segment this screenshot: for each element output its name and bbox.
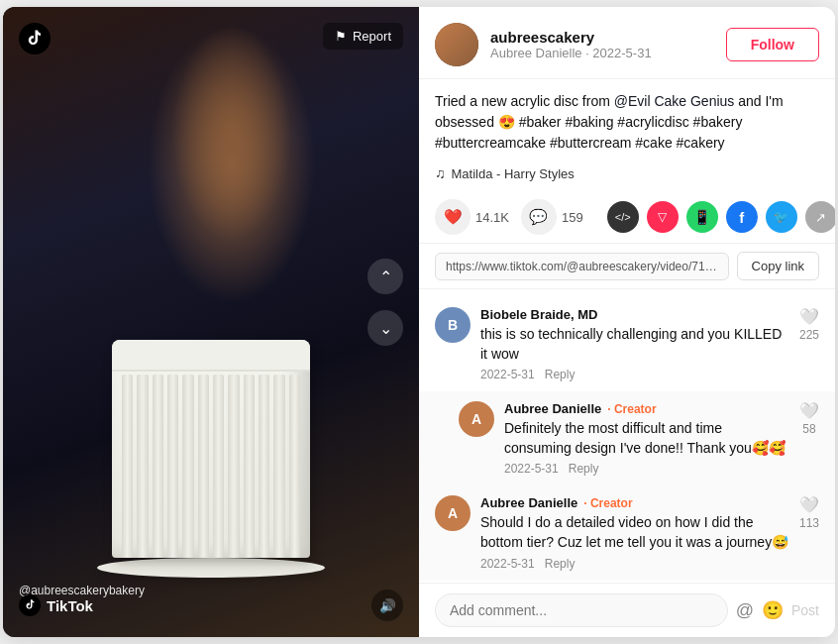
music-title[interactable]: Matilda - Harry Styles (452, 166, 575, 181)
music-row: ♫ Matilda - Harry Styles (419, 161, 835, 191)
hashtag[interactable]: #cakery (677, 135, 725, 151)
post-description: Tried a new acrylic disc from @Evil Cake… (419, 79, 835, 161)
svg-point-1 (19, 594, 41, 616)
facebook-icon: f (739, 209, 744, 226)
video-background (3, 7, 419, 637)
copy-link-button[interactable]: Copy link (737, 252, 819, 280)
avatar-image (435, 23, 478, 66)
comment-meta: 2022-5-31 Reply (480, 557, 789, 571)
follow-button[interactable]: Follow (726, 28, 819, 61)
like-button[interactable]: ❤️ (435, 199, 471, 235)
emoji-button[interactable]: 🙂 (762, 599, 784, 621)
hashtag[interactable]: #buttercreamcake (435, 135, 546, 151)
share-icons: </> ▽ 📱 f 🐦 ↗ (607, 201, 835, 233)
description-text: Tried a new acrylic disc from @Evil Cake… (435, 93, 784, 151)
reply-link[interactable]: Reply (545, 368, 576, 381)
hashtag[interactable]: #bakery (693, 114, 743, 130)
comment-author: Aubree Danielle · Creator (504, 401, 789, 416)
svg-point-0 (19, 23, 51, 54)
comment-avatar: A (459, 401, 494, 437)
like-group: ❤️ 14.1K (435, 199, 509, 235)
user-meta: Aubree Danielle · 2022-5-31 (490, 46, 714, 60)
whatsapp-icon: 📱 (693, 209, 710, 225)
comment-input[interactable] (435, 593, 728, 627)
comment-body: Biobele Braide, MD this is so technicall… (480, 307, 789, 381)
comment-item: A Aubree Danielle · Creator Should I do … (419, 485, 835, 580)
hashtag[interactable]: #cake (635, 135, 672, 151)
tiktok-logo (19, 23, 51, 54)
chevron-up-icon: ⌃ (379, 268, 392, 286)
comment-author-name: Biobele Braide, MD (480, 307, 597, 322)
chevron-down-icon: ⌄ (379, 319, 392, 338)
comment-item: A Aubree Danielle · Creator Definitely t… (419, 391, 835, 485)
at-button[interactable]: @ (736, 600, 754, 621)
comment-body: Aubree Danielle · Creator Should I do a … (480, 495, 789, 570)
tiktok-watermark: TikTok (19, 594, 93, 616)
share-more-button[interactable]: ↗ (805, 201, 835, 233)
like-count: 14.1K (475, 210, 509, 225)
comment-author-name: Aubree Danielle (480, 495, 577, 510)
creator-badge: · Creator (583, 496, 632, 510)
comment-meta: 2022-5-31 Reply (504, 462, 789, 476)
comment-text: this is so technically challenging and y… (480, 325, 789, 364)
post-header: aubreescakery Aubree Danielle · 2022-5-3… (419, 7, 835, 79)
creator-badge: · Creator (607, 402, 656, 416)
heart-icon[interactable]: 🤍 (799, 495, 819, 514)
comment-date: 2022-5-31 (504, 462, 559, 476)
comment-group: 💬 159 (521, 199, 583, 235)
main-container: ⚑ Report ⌃ ⌄ @aubreescakerybakery TikTok… (3, 7, 835, 637)
comment-item: B Biobele Braide, MD this is so technica… (419, 297, 835, 391)
hashtag[interactable]: #buttercream (550, 135, 631, 151)
comment-like-count: 58 (802, 422, 815, 436)
share-arrow-icon: ↗ (815, 210, 826, 225)
video-panel: ⚑ Report ⌃ ⌄ @aubreescakerybakery TikTok… (3, 7, 419, 637)
username[interactable]: aubreescakery (490, 29, 714, 46)
embed-button[interactable]: </> (607, 201, 639, 233)
report-button[interactable]: ⚑ Report (323, 23, 403, 50)
comment-count: 159 (562, 210, 583, 225)
heart-icon[interactable]: 🤍 (799, 401, 819, 420)
tiktok-share-icon: ▽ (658, 210, 667, 224)
reply-link[interactable]: Reply (569, 462, 599, 476)
watermark-text: TikTok (47, 597, 93, 614)
comment-date: 2022-5-31 (480, 368, 535, 381)
twitter-icon: 🐦 (774, 210, 788, 224)
comment-button[interactable]: 💬 (521, 199, 557, 235)
comment-avatar: B (435, 307, 471, 343)
comment-author: Aubree Danielle · Creator (480, 495, 789, 510)
share-whatsapp-button[interactable]: 📱 (686, 201, 718, 233)
comment-input-row: @ 🙂 Post (419, 583, 835, 637)
comment-author-name: Aubree Danielle (504, 401, 601, 416)
share-tiktok-button[interactable]: ▽ (647, 201, 679, 233)
comments-area: B Biobele Braide, MD this is so technica… (419, 289, 835, 583)
post-date: 2022-5-31 (592, 46, 651, 60)
user-display-name: Aubree Danielle (490, 46, 582, 60)
volume-button[interactable]: 🔊 (371, 590, 403, 621)
comment-like-count: 225 (799, 328, 819, 342)
hashtag[interactable]: #baker (519, 114, 562, 130)
comment-avatar: A (435, 495, 471, 531)
comment-text: Should I do a detailed video on how I di… (480, 513, 789, 552)
comment-date: 2022-5-31 (480, 557, 535, 571)
user-info: aubreescakery Aubree Danielle · 2022-5-3… (490, 29, 714, 60)
comment-like-count: 113 (799, 516, 819, 530)
heart-icon[interactable]: 🤍 (799, 307, 819, 326)
comment-text: Definitely the most difficult and time c… (504, 419, 789, 458)
flag-icon: ⚑ (335, 29, 347, 44)
person-overlay (3, 7, 419, 637)
hashtag[interactable]: #acrylicdisc (617, 114, 688, 130)
reply-link[interactable]: Reply (545, 557, 576, 571)
video-bottom-bar: TikTok 🔊 (19, 590, 403, 621)
comment-like: 🤍 113 (799, 495, 819, 570)
share-facebook-button[interactable]: f (726, 201, 758, 233)
actions-row: ❤️ 14.1K 💬 159 </> ▽ 📱 f (419, 191, 835, 244)
comment-like: 🤍 58 (799, 401, 819, 476)
comment-author: Biobele Braide, MD (480, 307, 789, 322)
mention[interactable]: @Evil Cake Genius (614, 93, 735, 109)
volume-icon: 🔊 (379, 598, 396, 613)
post-button[interactable]: Post (791, 602, 819, 618)
hashtag[interactable]: #baking (565, 114, 613, 130)
embed-icon: </> (615, 211, 631, 223)
share-twitter-button[interactable]: 🐦 (766, 201, 797, 233)
comment-body: Aubree Danielle · Creator Definitely the… (504, 401, 789, 476)
